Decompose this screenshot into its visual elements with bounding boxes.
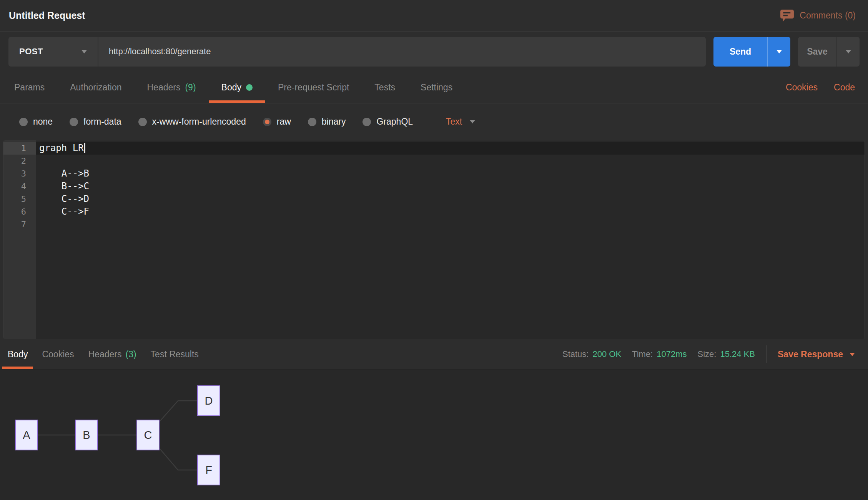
tab-label: Headers <box>147 82 181 93</box>
tab-params[interactable]: Params <box>2 72 57 103</box>
time-field: Time: 1072ms <box>632 349 687 359</box>
tab-label: Authorization <box>70 82 121 93</box>
size-label: Size: <box>698 349 717 359</box>
send-dropdown-button[interactable] <box>767 37 790 67</box>
method-select[interactable]: POST <box>8 37 98 67</box>
editor-line-3[interactable]: 3 A-->B <box>3 167 865 180</box>
time-label: Time: <box>632 349 653 359</box>
line-code: B-->C <box>36 180 865 193</box>
tab-label: Params <box>14 82 45 93</box>
graph-node-f: F <box>197 455 220 485</box>
body-mode-none[interactable]: none <box>19 117 53 127</box>
tab-label: Tests <box>374 82 395 93</box>
graph-node-d: D <box>197 385 220 416</box>
tab-authorization[interactable]: Authorization <box>57 72 134 103</box>
response-tab-headers[interactable]: Headers(3) <box>83 339 142 369</box>
code-link[interactable]: Code <box>834 82 855 93</box>
line-code: A-->B <box>36 167 865 180</box>
tab-body[interactable]: Body <box>209 72 265 103</box>
response-tab-body[interactable]: Body <box>2 339 33 369</box>
comments-button[interactable]: Comments (0) <box>780 10 856 22</box>
time-value: 1072ms <box>657 349 687 359</box>
line-number: 4 <box>3 180 36 193</box>
status-label: Status: <box>562 349 589 359</box>
raw-format-label: Text <box>446 117 462 127</box>
comment-icon <box>780 10 794 22</box>
tab-settings[interactable]: Settings <box>408 72 465 103</box>
response-tab-cookies[interactable]: Cookies <box>37 339 79 369</box>
editor-line-1[interactable]: 1graph LR <box>3 142 865 155</box>
send-button[interactable]: Send <box>713 37 767 67</box>
save-button[interactable]: Save <box>798 37 836 67</box>
graph-edge-c-f <box>160 448 197 470</box>
line-code <box>36 218 865 231</box>
body-mode-form-data[interactable]: form-data <box>70 117 121 127</box>
status-badge: 200 OK <box>592 349 621 359</box>
cookies-link[interactable]: Cookies <box>786 82 818 93</box>
graph-node-a: A <box>15 420 38 450</box>
line-number: 3 <box>3 167 36 180</box>
graph-node-b: B <box>75 420 98 450</box>
tabs-right-links: Cookies Code <box>786 72 868 103</box>
tab-label: Cookies <box>42 349 74 360</box>
page-title: Untitled Request <box>9 10 85 21</box>
line-number: 6 <box>3 205 36 218</box>
body-mode-graphql[interactable]: GraphQL <box>362 117 413 127</box>
save-split-button: Save <box>798 37 860 67</box>
editor-line-7[interactable]: 7 <box>3 218 865 231</box>
tab-headers[interactable]: Headers(9) <box>135 72 209 103</box>
radio-label: form-data <box>83 117 121 127</box>
line-code: C-->D <box>36 193 865 205</box>
response-body-graph: ABCDF <box>0 369 868 500</box>
editor-line-6[interactable]: 6 C-->F <box>3 205 865 218</box>
tab-count: (3) <box>125 349 136 360</box>
raw-format-select[interactable]: Text <box>446 117 475 127</box>
tab-tests[interactable]: Tests <box>362 72 408 103</box>
editor-line-2[interactable]: 2 <box>3 155 865 167</box>
graph-edges <box>0 370 868 500</box>
request-builder-row: POST http://localhost:80/generate Send S… <box>0 32 868 72</box>
chevron-down-icon <box>777 50 782 53</box>
save-response-button[interactable]: Save Response <box>778 349 855 360</box>
body-mode-binary[interactable]: binary <box>308 117 346 127</box>
url-bar: POST http://localhost:80/generate <box>8 37 706 67</box>
editor-line-5[interactable]: 5 C-->D <box>3 193 865 205</box>
chevron-down-icon <box>846 50 851 53</box>
line-code: graph LR <box>36 142 865 155</box>
radio-icon <box>138 118 147 126</box>
editor-line-4[interactable]: 4 B-->C <box>3 180 865 193</box>
tab-label: Headers <box>88 349 122 360</box>
chevron-down-icon <box>850 353 855 356</box>
send-split-button: Send <box>713 37 790 67</box>
body-mode-x-www-form-urlencoded[interactable]: x-www-form-urlencoded <box>138 117 246 127</box>
radio-icon <box>308 118 316 126</box>
graph-node-c: C <box>136 420 160 450</box>
radio-icon <box>263 118 271 126</box>
response-tab-test-results[interactable]: Test Results <box>145 339 204 369</box>
text-cursor <box>84 143 85 153</box>
tab-label: Test Results <box>151 349 199 360</box>
body-filled-dot-icon <box>246 84 253 91</box>
request-body-editor[interactable]: 1graph LR23 A-->B4 B-->C5 C-->D6 C-->F7 <box>3 140 865 339</box>
editor-lines: 1graph LR23 A-->B4 B-->C5 C-->D6 C-->F7 <box>3 142 865 231</box>
divider <box>767 345 767 363</box>
tab-label: Settings <box>421 82 452 93</box>
radio-label: x-www-form-urlencoded <box>152 117 246 127</box>
tab-label: Body <box>8 349 28 360</box>
chevron-down-icon <box>81 50 87 53</box>
line-number: 5 <box>3 193 36 205</box>
radio-label: GraphQL <box>376 117 413 127</box>
request-tabs: ParamsAuthorizationHeaders(9)BodyPre-req… <box>2 72 465 103</box>
radio-label: none <box>33 117 53 127</box>
tab-count: (9) <box>185 82 196 93</box>
method-label: POST <box>19 47 43 57</box>
body-mode-raw[interactable]: raw <box>263 117 291 127</box>
save-dropdown-button[interactable] <box>836 37 860 67</box>
radio-icon <box>19 118 28 126</box>
comments-label: Comments (0) <box>800 10 856 21</box>
request-tabs-bar: ParamsAuthorizationHeaders(9)BodyPre-req… <box>0 72 868 103</box>
line-number: 2 <box>3 155 36 167</box>
tab-label: Pre-request Script <box>278 82 349 93</box>
tab-pre-request-script[interactable]: Pre-request Script <box>265 72 362 103</box>
url-input[interactable]: http://localhost:80/generate <box>98 37 706 67</box>
